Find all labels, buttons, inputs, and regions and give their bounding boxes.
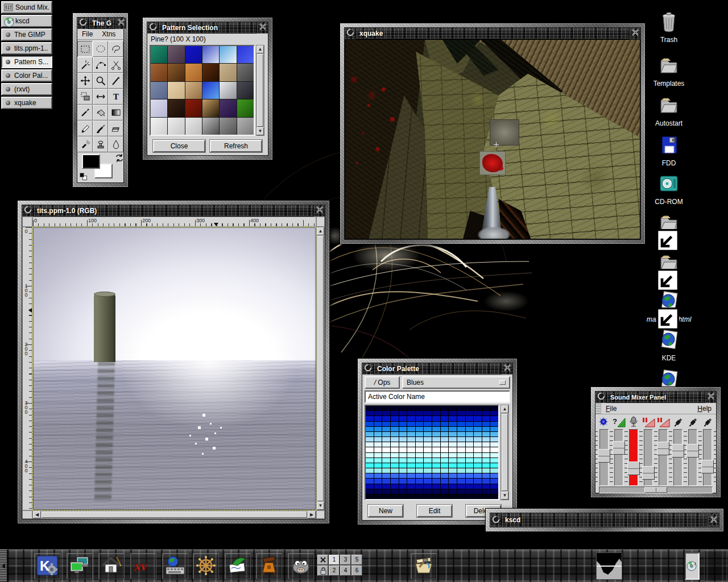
palette-color-cell[interactable] [449, 453, 457, 458]
palette-color-cell[interactable] [432, 432, 440, 436]
palette-color-cell[interactable] [391, 453, 399, 458]
palette-color-cell[interactable] [399, 473, 407, 478]
palette-color-cell[interactable] [449, 494, 457, 499]
palette-color-cell[interactable] [366, 411, 374, 415]
palette-color-cell[interactable] [474, 437, 482, 442]
volume-slider-track[interactable] [703, 429, 712, 486]
palette-color-cell[interactable] [482, 484, 490, 489]
palette-scrollbar[interactable]: ▲ ▼ [500, 405, 509, 500]
palette-color-cell[interactable] [466, 489, 474, 494]
palette-color-cell[interactable] [449, 447, 457, 452]
palette-color-cell[interactable] [432, 422, 440, 426]
web-browser-launcher[interactable] [162, 553, 188, 579]
palette-color-cell[interactable] [490, 479, 498, 483]
home-directory-launcher[interactable] [98, 553, 125, 579]
palette-color-cell[interactable] [457, 427, 465, 431]
pager-desktop-4[interactable]: 4 [340, 566, 351, 576]
titlebar-drag-area[interactable] [221, 22, 257, 33]
titlebar-drag-area[interactable] [423, 363, 501, 374]
palette-color-cell[interactable] [490, 411, 498, 415]
palette-color-cell[interactable] [424, 453, 432, 458]
palette-color-cell[interactable] [366, 442, 374, 447]
palette-color-cell[interactable] [441, 489, 449, 494]
desktop-icon-cd-rom[interactable]: CD-ROM [642, 172, 696, 206]
palette-color-cell[interactable] [416, 437, 424, 442]
palette-color-cell[interactable] [366, 453, 374, 458]
pattern-swatch-17[interactable] [237, 82, 254, 99]
palette-color-cell[interactable] [432, 447, 440, 452]
palette-color-cell[interactable] [474, 411, 482, 415]
palette-color-cell[interactable] [482, 447, 490, 452]
palette-color-cell[interactable] [416, 406, 424, 410]
pattern-swatch-6[interactable] [151, 64, 167, 81]
palette-color-cell[interactable] [374, 458, 382, 463]
palette-color-cell[interactable] [382, 463, 390, 468]
palette-color-cell[interactable] [366, 447, 374, 452]
palette-color-cell[interactable] [391, 442, 399, 447]
palette-color-cell[interactable] [457, 458, 465, 463]
image-vertical-scrollbar[interactable]: ▲ ▼ [316, 227, 325, 510]
scrollbar-thumb[interactable] [42, 512, 307, 518]
palette-color-cell[interactable] [366, 484, 374, 489]
palette-color-cell[interactable] [490, 484, 498, 489]
pattern-swatch-3[interactable] [202, 46, 219, 63]
palette-color-cell[interactable] [432, 468, 440, 473]
palette-color-cell[interactable] [432, 453, 440, 458]
tool-eraser[interactable] [108, 120, 123, 136]
palette-color-cell[interactable] [366, 479, 374, 483]
close-button[interactable] [705, 392, 716, 403]
xquake-titlebar[interactable]: xquake [345, 28, 640, 39]
palette-color-cell[interactable] [432, 473, 440, 478]
scroll-up-icon[interactable]: ▲ [501, 405, 508, 413]
palette-color-cell[interactable] [466, 463, 474, 468]
palette-color-cell[interactable] [432, 489, 440, 494]
volume-slider-track[interactable] [688, 429, 697, 486]
palette-color-cell[interactable] [482, 432, 490, 436]
palette-color-cell[interactable] [366, 427, 374, 431]
pager-desktop-1[interactable]: 1 [329, 555, 340, 565]
volume-slider-track[interactable] [599, 429, 609, 486]
palette-color-cell[interactable] [366, 437, 374, 442]
palette-color-cell[interactable] [391, 427, 399, 431]
pattern-swatch-13[interactable] [168, 82, 184, 99]
palette-color-cell[interactable] [466, 458, 474, 463]
palette-color-cell[interactable] [449, 427, 457, 431]
pause-channel-icon[interactable] [656, 415, 670, 428]
palette-color-cell[interactable] [441, 458, 449, 463]
volume-slider-thumb[interactable] [598, 449, 610, 463]
palette-color-cell[interactable] [424, 411, 432, 415]
palette-color-cell[interactable] [457, 473, 465, 478]
image-window-titlebar[interactable]: tits.ppm-1.0 (RGB) [22, 205, 325, 217]
tool-transform[interactable] [77, 89, 93, 105]
pager-lock-button[interactable] [317, 566, 328, 576]
palette-color-cell[interactable] [482, 427, 490, 431]
palette-color-cell[interactable] [449, 479, 457, 483]
palette-color-cell[interactable] [382, 437, 390, 442]
palette-color-cell[interactable] [466, 427, 474, 431]
palette-color-cell[interactable] [407, 453, 415, 458]
window-menu-icon[interactable] [490, 514, 502, 526]
palette-color-cell[interactable] [407, 411, 415, 415]
palette-color-cell[interactable] [474, 432, 482, 436]
palette-color-cell[interactable] [424, 442, 432, 447]
tool-scissors[interactable] [108, 57, 123, 73]
palette-color-cell[interactable] [416, 411, 424, 415]
palette-color-cell[interactable] [466, 468, 474, 473]
palette-color-cell[interactable] [399, 416, 407, 421]
palette-color-cell[interactable] [391, 494, 399, 499]
tool-bezier-select[interactable] [93, 57, 108, 73]
tool-magnify[interactable] [93, 73, 108, 89]
palette-color-cell[interactable] [482, 411, 490, 415]
palette-color-cell[interactable] [441, 416, 449, 421]
palette-color-cell[interactable] [424, 458, 432, 463]
palette-color-cell[interactable] [416, 453, 424, 458]
palette-color-cell[interactable] [474, 406, 482, 410]
palette-color-cell[interactable] [466, 442, 474, 447]
palette-color-cell[interactable] [457, 411, 465, 415]
pattern-swatch-2[interactable] [185, 46, 202, 63]
tool-clone[interactable] [93, 136, 108, 152]
palette-color-cell[interactable] [457, 479, 465, 483]
kscd-docked-button[interactable]: ♪ [685, 552, 700, 580]
palette-color-cell[interactable] [449, 406, 457, 410]
volume-slider-track[interactable] [673, 429, 682, 486]
